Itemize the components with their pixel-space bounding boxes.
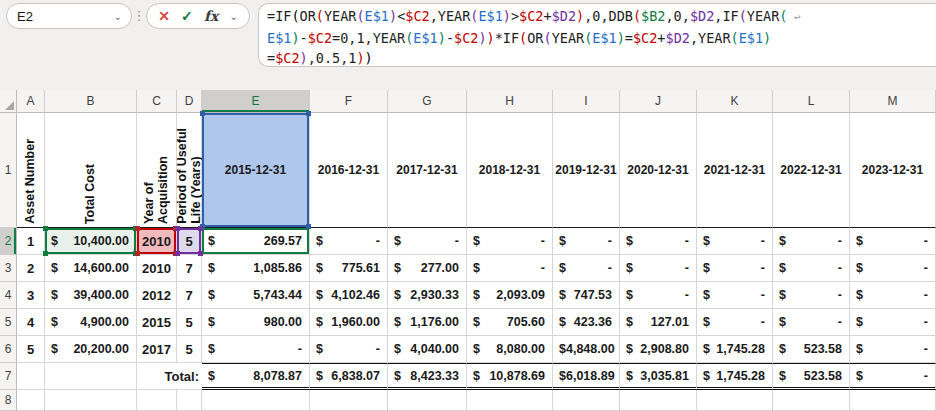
- cell-A8[interactable]: [17, 390, 45, 411]
- cell-G5[interactable]: $1,176.00: [388, 309, 467, 336]
- cell-C4[interactable]: 2012: [137, 282, 177, 309]
- cell-A4[interactable]: 3: [17, 282, 45, 309]
- cell-H8[interactable]: [467, 390, 553, 411]
- cell-M3[interactable]: $-: [850, 255, 936, 282]
- col-header-F[interactable]: F: [310, 90, 388, 113]
- cell-B6[interactable]: $20,200.00: [45, 336, 137, 363]
- range-handle[interactable]: [175, 251, 180, 256]
- cell-I3[interactable]: $-: [553, 255, 620, 282]
- cell-M7[interactable]: $-: [850, 363, 936, 390]
- col-header-C[interactable]: C: [137, 90, 177, 113]
- cell-C8[interactable]: [137, 390, 177, 411]
- row-header-1[interactable]: 1: [0, 113, 17, 228]
- cell-J3[interactable]: $-: [620, 255, 697, 282]
- header-cell-D1[interactable]: Period of Useful Life (Years): [177, 113, 202, 228]
- header-cell-F1[interactable]: 2016-12-31: [310, 113, 388, 228]
- cell-C3[interactable]: 2010: [137, 255, 177, 282]
- cell-B2[interactable]: $10,400.00: [45, 228, 137, 255]
- header-cell-G1[interactable]: 2017-12-31: [388, 113, 467, 228]
- cell-A2[interactable]: 1: [17, 228, 45, 255]
- cell-G4[interactable]: $2,930.33: [388, 282, 467, 309]
- range-handle[interactable]: [306, 111, 311, 116]
- col-header-H[interactable]: H: [467, 90, 553, 113]
- cell-K5[interactable]: $-: [697, 309, 773, 336]
- cell-H2[interactable]: $-: [467, 228, 553, 255]
- cell-M8[interactable]: [850, 390, 936, 411]
- cell-D4[interactable]: 7: [177, 282, 202, 309]
- cell-M4[interactable]: $-: [850, 282, 936, 309]
- cell-E8[interactable]: [202, 390, 310, 411]
- name-box[interactable]: E2 ⌄: [6, 3, 132, 29]
- cell-M2[interactable]: $-: [850, 228, 936, 255]
- cell-H3[interactable]: $-: [467, 255, 553, 282]
- row-header-8[interactable]: 8: [0, 390, 17, 411]
- cell-E5[interactable]: $980.00: [202, 309, 310, 336]
- cell-L4[interactable]: $-: [773, 282, 850, 309]
- cell-D8[interactable]: [177, 390, 202, 411]
- cell-G7[interactable]: $8,423.33: [388, 363, 467, 390]
- range-handle[interactable]: [43, 251, 48, 256]
- cell-L8[interactable]: [773, 390, 850, 411]
- cell-G2[interactable]: $-: [388, 228, 467, 255]
- header-cell-M1[interactable]: 2023-12-31: [850, 113, 936, 228]
- cell-E3[interactable]: $1,085.86: [202, 255, 310, 282]
- cancel-icon[interactable]: ✕: [158, 8, 170, 24]
- header-cell-H1[interactable]: 2018-12-31: [467, 113, 553, 228]
- col-header-J[interactable]: J: [620, 90, 697, 113]
- cell-J7[interactable]: $3,035.81: [620, 363, 697, 390]
- row-header-7[interactable]: 7: [0, 363, 17, 390]
- cell-J5[interactable]: $127.01: [620, 309, 697, 336]
- cell-J8[interactable]: [620, 390, 697, 411]
- cell-K4[interactable]: $-: [697, 282, 773, 309]
- cell-J4[interactable]: $-: [620, 282, 697, 309]
- cell-B8[interactable]: [45, 390, 137, 411]
- range-handle[interactable]: [135, 251, 140, 256]
- cell-G6[interactable]: $4,040.00: [388, 336, 467, 363]
- cell-F5[interactable]: $1,960.00: [310, 309, 388, 336]
- row-header-4[interactable]: 4: [0, 282, 17, 309]
- header-cell-B1[interactable]: Total Cost: [45, 113, 137, 228]
- range-handle[interactable]: [306, 224, 311, 229]
- range-handle[interactable]: [198, 251, 203, 256]
- cell-A6[interactable]: 5: [17, 336, 45, 363]
- cell-C5[interactable]: 2015: [137, 309, 177, 336]
- cell-B3[interactable]: $14,600.00: [45, 255, 137, 282]
- header-cell-I1[interactable]: 2019-12-31: [553, 113, 620, 228]
- range-handle[interactable]: [43, 226, 48, 231]
- formula-input[interactable]: =IF(OR(YEAR(E$1)<$C2,YEAR(E$1)>$C2+$D2),…: [258, 3, 936, 67]
- cell-G3[interactable]: $277.00: [388, 255, 467, 282]
- cell-F4[interactable]: $4,102.46: [310, 282, 388, 309]
- select-all-corner[interactable]: [0, 90, 17, 113]
- cell-A7[interactable]: [17, 363, 45, 390]
- cell-M5[interactable]: $-: [850, 309, 936, 336]
- cell-I4[interactable]: $747.53: [553, 282, 620, 309]
- cell-I2[interactable]: $-: [553, 228, 620, 255]
- row-header-6[interactable]: 6: [0, 336, 17, 363]
- cell-B7[interactable]: [45, 363, 137, 390]
- cell-E4[interactable]: $5,743.44: [202, 282, 310, 309]
- col-header-D[interactable]: D: [177, 90, 202, 113]
- fx-chevron-icon[interactable]: ⌄: [229, 11, 237, 22]
- cell-F3[interactable]: $775.61: [310, 255, 388, 282]
- cell-C2[interactable]: 2010: [137, 228, 177, 255]
- col-header-A[interactable]: A: [17, 90, 45, 113]
- cell-K2[interactable]: $-: [697, 228, 773, 255]
- cell-B5[interactable]: $4,900.00: [45, 309, 137, 336]
- cell-F8[interactable]: [310, 390, 388, 411]
- cell-H6[interactable]: $8,080.00: [467, 336, 553, 363]
- header-cell-E1[interactable]: 2015-12-31: [202, 113, 310, 228]
- cell-J6[interactable]: $2,908.80: [620, 336, 697, 363]
- range-handle[interactable]: [200, 111, 205, 116]
- row-header-5[interactable]: 5: [0, 309, 17, 336]
- cell-K6[interactable]: $1,745.28: [697, 336, 773, 363]
- cell-A5[interactable]: 4: [17, 309, 45, 336]
- range-handle[interactable]: [175, 226, 180, 231]
- cell-J2[interactable]: $-: [620, 228, 697, 255]
- cell-H4[interactable]: $2,093.09: [467, 282, 553, 309]
- cell-H5[interactable]: $705.60: [467, 309, 553, 336]
- cell-D5[interactable]: 5: [177, 309, 202, 336]
- total-label[interactable]: Total:: [137, 363, 202, 390]
- cell-L2[interactable]: $-: [773, 228, 850, 255]
- header-cell-J1[interactable]: 2020-12-31: [620, 113, 697, 228]
- range-handle[interactable]: [135, 226, 140, 231]
